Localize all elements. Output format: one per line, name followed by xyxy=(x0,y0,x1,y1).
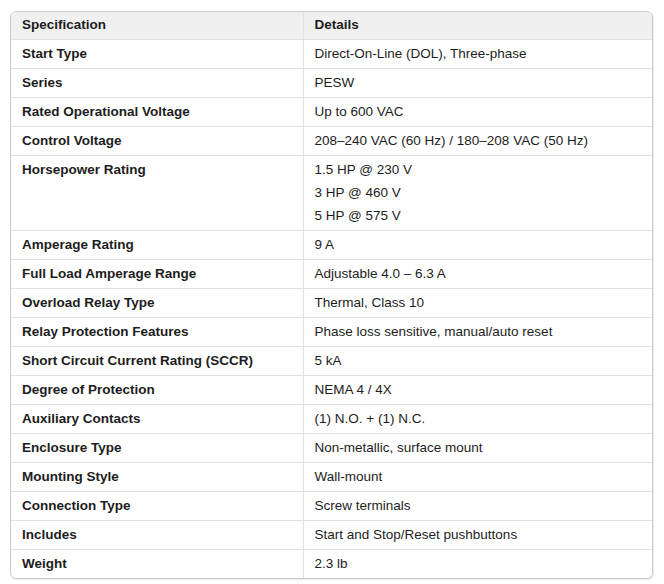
spec-cell: Series xyxy=(11,68,303,97)
details-line: Start and Stop/Reset pushbuttons xyxy=(315,526,643,544)
details-line: Direct-On-Line (DOL), Three-phase xyxy=(315,45,643,63)
header-details: Details xyxy=(303,12,652,39)
details-line: 2.3 lb xyxy=(315,555,643,573)
table-row: Short Circuit Current Rating (SCCR)5 kA xyxy=(11,346,652,375)
details-cell: Non-metallic, surface mount xyxy=(303,433,652,462)
details-line: 3 HP @ 460 V xyxy=(315,184,643,202)
details-line: 5 kA xyxy=(315,352,643,370)
table-row: Rated Operational VoltageUp to 600 VAC xyxy=(11,97,652,126)
spec-cell: Amperage Rating xyxy=(11,230,303,259)
table-row: Horsepower Rating1.5 HP @ 230 V3 HP @ 46… xyxy=(11,155,652,230)
table-row: Overload Relay TypeThermal, Class 10 xyxy=(11,288,652,317)
spec-cell: Degree of Protection xyxy=(11,375,303,404)
details-line: (1) N.O. + (1) N.C. xyxy=(315,410,643,428)
details-cell: Start and Stop/Reset pushbuttons xyxy=(303,520,652,549)
table-row: Full Load Amperage RangeAdjustable 4.0 –… xyxy=(11,259,652,288)
spec-cell: Start Type xyxy=(11,39,303,68)
details-line: 9 A xyxy=(315,236,643,254)
details-line: Thermal, Class 10 xyxy=(315,294,643,312)
spec-cell: Rated Operational Voltage xyxy=(11,97,303,126)
table-row: Relay Protection FeaturesPhase loss sens… xyxy=(11,317,652,346)
details-line: 208–240 VAC (60 Hz) / 180–208 VAC (50 Hz… xyxy=(315,132,643,150)
table-row: Auxiliary Contacts(1) N.O. + (1) N.C. xyxy=(11,404,652,433)
details-line: Wall-mount xyxy=(315,468,643,486)
table-row: Degree of ProtectionNEMA 4 / 4X xyxy=(11,375,652,404)
spec-cell: Control Voltage xyxy=(11,126,303,155)
spec-cell: Short Circuit Current Rating (SCCR) xyxy=(11,346,303,375)
table-row: Enclosure TypeNon-metallic, surface moun… xyxy=(11,433,652,462)
details-cell: Screw terminals xyxy=(303,491,652,520)
spec-table: Specification Details Start TypeDirect-O… xyxy=(10,11,653,579)
spec-cell: Enclosure Type xyxy=(11,433,303,462)
table-row: Weight2.3 lb xyxy=(11,549,652,578)
details-cell: 1.5 HP @ 230 V3 HP @ 460 V5 HP @ 575 V xyxy=(303,155,652,230)
details-cell: 208–240 VAC (60 Hz) / 180–208 VAC (50 Hz… xyxy=(303,126,652,155)
details-cell: PESW xyxy=(303,68,652,97)
details-cell: NEMA 4 / 4X xyxy=(303,375,652,404)
details-cell: Direct-On-Line (DOL), Three-phase xyxy=(303,39,652,68)
details-cell: 2.3 lb xyxy=(303,549,652,578)
details-line: PESW xyxy=(315,74,643,92)
details-cell: Wall-mount xyxy=(303,462,652,491)
details-line: Adjustable 4.0 – 6.3 A xyxy=(315,265,643,283)
details-line: Non-metallic, surface mount xyxy=(315,439,643,457)
details-cell: Up to 600 VAC xyxy=(303,97,652,126)
header-row: Specification Details xyxy=(11,12,652,39)
details-line: Screw terminals xyxy=(315,497,643,515)
spec-cell: Mounting Style xyxy=(11,462,303,491)
spec-cell: Relay Protection Features xyxy=(11,317,303,346)
details-line: NEMA 4 / 4X xyxy=(315,381,643,399)
specification-table: Specification Details Start TypeDirect-O… xyxy=(11,12,652,578)
spec-cell: Includes xyxy=(11,520,303,549)
header-specification: Specification xyxy=(11,12,303,39)
details-cell: Phase loss sensitive, manual/auto reset xyxy=(303,317,652,346)
page: Specification Details Start TypeDirect-O… xyxy=(0,0,664,584)
table-row: Mounting StyleWall-mount xyxy=(11,462,652,491)
spec-cell: Connection Type xyxy=(11,491,303,520)
details-line: Up to 600 VAC xyxy=(315,103,643,121)
spec-cell: Overload Relay Type xyxy=(11,288,303,317)
details-cell: 9 A xyxy=(303,230,652,259)
details-line: 5 HP @ 575 V xyxy=(315,207,643,225)
table-row: Connection TypeScrew terminals xyxy=(11,491,652,520)
spec-cell: Horsepower Rating xyxy=(11,155,303,230)
spec-cell: Auxiliary Contacts xyxy=(11,404,303,433)
details-cell: Thermal, Class 10 xyxy=(303,288,652,317)
table-row: Amperage Rating9 A xyxy=(11,230,652,259)
details-cell: 5 kA xyxy=(303,346,652,375)
spec-table-body: Start TypeDirect-On-Line (DOL), Three-ph… xyxy=(11,39,652,578)
table-row: SeriesPESW xyxy=(11,68,652,97)
details-line: 1.5 HP @ 230 V xyxy=(315,161,643,179)
table-row: Control Voltage208–240 VAC (60 Hz) / 180… xyxy=(11,126,652,155)
details-cell: (1) N.O. + (1) N.C. xyxy=(303,404,652,433)
details-line: Phase loss sensitive, manual/auto reset xyxy=(315,323,643,341)
spec-cell: Full Load Amperage Range xyxy=(11,259,303,288)
table-row: Start TypeDirect-On-Line (DOL), Three-ph… xyxy=(11,39,652,68)
table-row: IncludesStart and Stop/Reset pushbuttons xyxy=(11,520,652,549)
details-cell: Adjustable 4.0 – 6.3 A xyxy=(303,259,652,288)
spec-cell: Weight xyxy=(11,549,303,578)
